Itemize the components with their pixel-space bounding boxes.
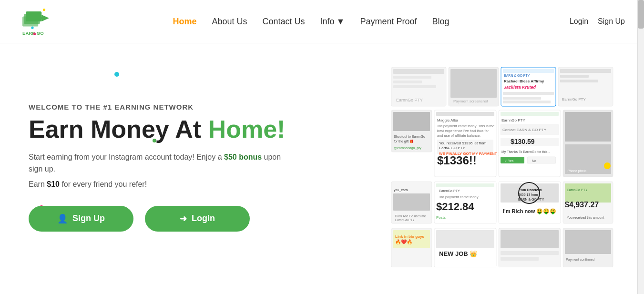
svg-text:3rd payment came today...: 3rd payment came today... [439, 195, 481, 199]
svg-text:Earn& GO PTY: Earn& GO PTY [439, 146, 465, 150]
login-link[interactable]: Login [570, 17, 588, 26]
svg-text:🔥❤️🔥: 🔥❤️🔥 [395, 239, 413, 245]
svg-text:@earnnandgo_pty: @earnnandgo_pty [394, 146, 421, 150]
svg-text:Rachael Bless Affirmy: Rachael Bless Affirmy [504, 79, 544, 83]
svg-marker-3 [41, 15, 49, 21]
logo-wrap: EARN & GO [19, 5, 52, 38]
cta-buttons: 👤 Sign Up ➜ Login [29, 206, 322, 232]
svg-text:Shoutout to EarnnGo: Shoutout to EarnnGo [394, 135, 425, 138]
svg-text:EARN & GO PTY: EARN & GO PTY [504, 74, 530, 77]
auth-links: Login Sign Up [570, 17, 625, 26]
signup-link[interactable]: Sign Up [598, 17, 625, 26]
hero-headline: Earn Money At Home! [29, 116, 322, 143]
svg-text:✓ Yes: ✓ Yes [504, 159, 514, 162]
svg-text:No: No [532, 159, 536, 162]
hero-right: EarnnGo PTY Payment screenshot EARN & GO… [322, 67, 616, 267]
svg-rect-38 [436, 112, 494, 116]
hero-left: WELCOME TO THE #1 EARNING NETWORK Earn M… [29, 103, 322, 231]
svg-rect-33 [393, 112, 430, 131]
svg-text:$212.84: $212.84 [436, 201, 474, 213]
svg-text:$130.59: $130.59 [511, 138, 535, 145]
nav-payment-proof[interactable]: Payment Proof [360, 17, 417, 27]
svg-text:EarnnGo PTY: EarnnGo PTY [501, 118, 525, 122]
svg-rect-2 [26, 11, 41, 21]
svg-text:EarnnGo PTY: EarnnGo PTY [567, 188, 588, 192]
svg-text:NEW JOB 👑: NEW JOB 👑 [439, 250, 478, 258]
nav-about[interactable]: About Us [212, 17, 247, 27]
svg-rect-28 [560, 69, 611, 73]
svg-rect-30 [560, 80, 598, 82]
svg-text:for the gift 🎁: for the gift 🎁 [394, 139, 414, 143]
svg-text:EarnnGo PTY: EarnnGo PTY [439, 189, 460, 193]
svg-text:Back And Go uses me: Back And Go uses me [395, 214, 426, 218]
svg-text:My Thanks To EarnnGo for this.: My Thanks To EarnnGo for this... [501, 150, 550, 154]
svg-rect-26 [503, 101, 551, 103]
svg-rect-66 [393, 193, 430, 211]
svg-rect-70 [436, 183, 494, 187]
svg-rect-29 [560, 75, 589, 78]
dot-yellow [604, 162, 611, 169]
logo-icon: EARN & GO [19, 5, 52, 38]
scrollbar-thumb[interactable] [638, 0, 644, 29]
hero-description: Start earning from your Instagram accoun… [29, 151, 286, 175]
header: EARN & GO Home About Us Contact Us Info … [0, 0, 644, 43]
hero-section: WELCOME TO THE #1 EARNING NETWORK Earn M… [0, 43, 644, 291]
payment-collage: EarnnGo PTY Payment screenshot EARN & GO… [391, 67, 615, 267]
svg-point-5 [31, 27, 33, 29]
svg-rect-12 [393, 76, 431, 79]
svg-text:EARN & GO PTY: EARN & GO PTY [518, 198, 544, 201]
svg-text:Jackista Kruted: Jackista Kruted [504, 85, 536, 90]
svg-text:$1336!!: $1336!! [437, 154, 477, 167]
svg-point-6 [43, 9, 45, 11]
user-plus-icon: 👤 [57, 213, 68, 224]
svg-text:You received this amount: You received this amount [567, 216, 604, 219]
svg-text:You Received: You Received [520, 188, 542, 192]
svg-text:EarnnGo PTY: EarnnGo PTY [562, 97, 586, 101]
svg-rect-4 [35, 17, 42, 19]
svg-text:Payment screenshot: Payment screenshot [453, 99, 489, 103]
svg-rect-92 [436, 230, 494, 248]
hero-subtitle: WELCOME TO THE #1 EARNING NETWORK [29, 103, 322, 111]
svg-rect-24 [503, 92, 554, 95]
dot-teal-1 [114, 72, 119, 77]
svg-text:EarnnGo PTY: EarnnGo PTY [396, 98, 423, 102]
hero-referral: Earn $10 for every friend you refer! [29, 180, 322, 189]
svg-rect-11 [393, 69, 444, 74]
svg-text:Payment confirmed: Payment confirmed [566, 258, 594, 262]
svg-text:and use of affiliate balance.: and use of affiliate balance. [437, 133, 480, 138]
svg-text:3rd payment came today. This i: 3rd payment came today. This is the [437, 124, 494, 128]
svg-text:I'm Rich now 🤑🤑🤑: I'm Rich now 🤑🤑🤑 [503, 208, 556, 214]
chevron-down-icon: ▼ [337, 17, 345, 27]
svg-rect-61 [565, 112, 611, 142]
svg-rect-96 [501, 251, 559, 255]
svg-rect-14 [393, 85, 436, 88]
svg-rect-13 [393, 81, 422, 83]
svg-rect-25 [503, 97, 541, 100]
svg-text:EarnnGo PTY: EarnnGo PTY [395, 218, 415, 222]
svg-text:$4,937.27: $4,937.27 [565, 201, 599, 209]
svg-rect-97 [501, 257, 539, 261]
svg-rect-95 [501, 230, 559, 248]
svg-text:Maggie Alba: Maggie Alba [437, 118, 459, 122]
signup-button[interactable]: 👤 Sign Up [29, 206, 133, 232]
svg-text:Link in bio guys: Link in bio guys [395, 234, 424, 239]
nav-info[interactable]: Info ▼ [320, 17, 345, 27]
svg-rect-58 [527, 157, 556, 163]
svg-rect-83 [565, 183, 611, 203]
svg-text:$655.13 from: $655.13 from [518, 193, 538, 196]
svg-text:best experience I've had thus : best experience I've had thus far [437, 129, 489, 133]
nav-blog[interactable]: Blog [432, 17, 449, 27]
svg-text:you_earn: you_earn [394, 188, 408, 192]
svg-text:GO: GO [37, 30, 44, 36]
login-button[interactable]: ➜ Login [145, 206, 250, 232]
nav-contact[interactable]: Contact Us [262, 17, 305, 27]
login-icon: ➜ [180, 213, 187, 224]
svg-rect-17 [450, 69, 497, 98]
nav-home[interactable]: Home [173, 17, 196, 27]
svg-text:&: & [33, 30, 36, 36]
svg-rect-49 [501, 112, 559, 116]
svg-rect-99 [565, 230, 611, 254]
scrollbar[interactable] [637, 0, 644, 291]
svg-text:iPhone photo: iPhone photo [567, 169, 586, 173]
main-nav: Home About Us Contact Us Info ▼ Payment … [52, 17, 570, 27]
